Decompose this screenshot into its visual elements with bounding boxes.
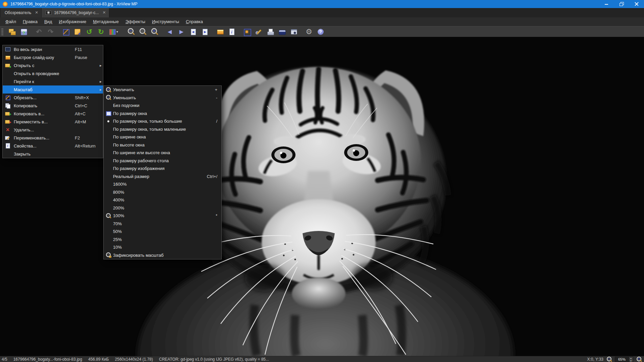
zoom-level-value[interactable]: 65% [615, 357, 629, 362]
context-menu-item[interactable]: Переименовать... F2 [3, 134, 103, 142]
zoom-submenu-item[interactable]: Увеличить + [104, 86, 221, 94]
menubar-item[interactable]: Эффекты [122, 17, 149, 26]
context-menu-item[interactable]: Во весь экран F11 [3, 45, 103, 53]
zoom-submenu-item[interactable]: 25% [104, 236, 221, 244]
toolbar-button-fullscreen[interactable] [243, 27, 251, 36]
toolbar-button-settings[interactable] [305, 27, 313, 36]
browse-icon [8, 27, 16, 36]
zoom-submenu-item[interactable]: 1600% [104, 180, 221, 188]
context-menu-item[interactable]: Масштаб [3, 85, 103, 94]
window-button-restore[interactable] [614, 0, 629, 8]
toolbar-button-crop[interactable] [61, 27, 70, 36]
toolbar-button-slideshow[interactable] [216, 27, 224, 36]
zoom-in-icon [105, 87, 111, 93]
zoom-submenu-item[interactable]: По размеру окна, только маленькие [104, 125, 221, 133]
toolbar-button-capture[interactable] [289, 27, 298, 36]
rotate-left-icon [85, 27, 94, 36]
menu-item-label: Зафиксировать масштаб [113, 253, 217, 258]
submenu-arrow-icon [98, 63, 103, 68]
context-menu-item[interactable]: Обрезать... Shift+X [3, 94, 103, 102]
toolbar-button-rotate-right[interactable] [97, 27, 105, 36]
toolbar-button-page-last[interactable] [201, 27, 209, 36]
toolbar-button-scan[interactable] [278, 27, 286, 36]
toolbar-button-redo[interactable] [46, 27, 55, 36]
zoom-lock-icon [105, 252, 111, 258]
toolbar-button-print[interactable] [266, 27, 275, 36]
zoom-submenu-item[interactable]: По ширине окна [104, 133, 221, 141]
tab-close-icon[interactable] [102, 10, 107, 15]
zoom-submenu-item[interactable]: 200% [104, 204, 221, 212]
context-menu-item[interactable]: Открыть с [3, 61, 103, 69]
zoom-stepper[interactable] [629, 357, 633, 362]
zoom-submenu-item[interactable]: По размеру окна, только большие / [104, 117, 221, 125]
zoom-submenu-item[interactable]: 10% [104, 243, 221, 251]
zoom-submenu-item[interactable]: По размеру окна [104, 110, 221, 118]
menubar-item[interactable]: Файл [2, 17, 19, 26]
toolbar-button-zoom-out[interactable] [127, 27, 136, 36]
zoom-submenu-item[interactable]: 800% [104, 188, 221, 196]
toolbar-button-save[interactable] [19, 27, 28, 36]
toolbar-button-magnifier[interactable] [139, 27, 147, 36]
status-segment: 1679664796_bogaty...-foni-oboi-83.jpg [13, 357, 82, 362]
toolbar-button-prev[interactable] [165, 27, 174, 36]
menu-item-label: 800% [113, 190, 217, 195]
context-menu: Во весь экран F11 Быстрое слайд-шоу Paus… [2, 45, 103, 158]
status-zoom-out-icon[interactable] [606, 356, 612, 362]
menu-item-label: По размеру окна, только маленькие [113, 127, 217, 132]
status-right: X:0, Y:33 65% [587, 356, 644, 362]
zoom-submenu-item[interactable]: По размеру рабочего стола [104, 157, 221, 165]
window-button-close[interactable] [629, 0, 644, 8]
toolbar-button-adjust[interactable] [108, 27, 120, 36]
page-last-icon [201, 27, 209, 36]
tab-browser[interactable]: Обозреватель [1, 8, 42, 17]
context-menu-item[interactable]: Переместить в... Alt+M [3, 118, 103, 126]
zoom-submenu-item[interactable]: По размеру изображения [104, 165, 221, 173]
zoom-submenu-item[interactable]: Реальный размер Ctrl+/ [104, 173, 221, 181]
toolbar-button-zoom-in[interactable] [150, 27, 159, 36]
menubar-item[interactable]: Справка [182, 17, 206, 26]
toolbar-button-resize[interactable] [73, 27, 82, 36]
zoom-submenu-item[interactable]: Без подгонки [104, 102, 221, 110]
zoom-submenu-item[interactable]: 70% [104, 220, 221, 228]
status-zoom-in-icon[interactable] [636, 356, 642, 362]
menubar-item[interactable]: Правка [19, 17, 41, 26]
context-menu-item[interactable]: Перейти к [3, 77, 103, 85]
context-menu-item[interactable]: Удалить... [3, 126, 103, 134]
menubar-item[interactable]: Инструменты [149, 17, 182, 26]
menubar-item[interactable]: Метаданные [90, 17, 122, 26]
toolbar-button-page-first[interactable] [189, 27, 198, 36]
folder-copy-icon [5, 111, 11, 117]
zoom-submenu-item[interactable]: Уменьшить - [104, 94, 221, 102]
toolbar-grip[interactable] [1, 28, 3, 36]
window-button-minimize[interactable] [599, 0, 614, 8]
menu-item-label: 50% [113, 229, 217, 234]
zoom-submenu-item[interactable]: 400% [104, 196, 221, 204]
toolbar-button-info[interactable] [227, 27, 236, 36]
toolbar-button-edit[interactable] [254, 27, 263, 36]
menu-item-label: 1600% [113, 182, 217, 187]
toolbar-button-browse[interactable] [8, 27, 16, 36]
context-menu-item[interactable]: Быстрое слайд-шоу Pause [3, 53, 103, 61]
context-menu-item[interactable]: Открыть в проводнике [3, 69, 103, 77]
context-menu-item[interactable]: Копировать Ctrl+C [3, 102, 103, 110]
menubar-item[interactable]: Вид [41, 17, 56, 26]
toolbar-button-next[interactable] [177, 27, 186, 36]
toolbar-button-help[interactable] [316, 27, 325, 36]
zoom-submenu-item[interactable]: 50% [104, 228, 221, 236]
context-menu-item[interactable]: Закрыть [3, 150, 103, 158]
context-menu-item[interactable]: Свойства... Alt+Return [3, 142, 103, 150]
zoom-submenu-item[interactable]: По высоте окна [104, 141, 221, 149]
menu-item-shortcut: Shift+X [75, 95, 98, 100]
zoom-submenu-item[interactable]: По ширине или высоте окна [104, 149, 221, 157]
zoom-level-control[interactable]: 65% [615, 357, 633, 362]
tab-close-icon[interactable] [34, 10, 39, 15]
zoom-submenu-item[interactable]: Зафиксировать масштаб [104, 251, 221, 259]
tab-label: Обозреватель [5, 10, 31, 15]
toolbar-button-undo[interactable] [35, 27, 43, 36]
menu-item-label: Копировать в... [14, 111, 75, 116]
menubar-item[interactable]: Изображение [55, 17, 90, 26]
zoom-submenu-item[interactable]: 100% * [104, 212, 221, 220]
toolbar-button-rotate-left[interactable] [85, 27, 94, 36]
context-menu-item[interactable]: Копировать в... Alt+C [3, 110, 103, 118]
tab-image[interactable]: 1679664796_bogatyr-c... [42, 8, 109, 17]
